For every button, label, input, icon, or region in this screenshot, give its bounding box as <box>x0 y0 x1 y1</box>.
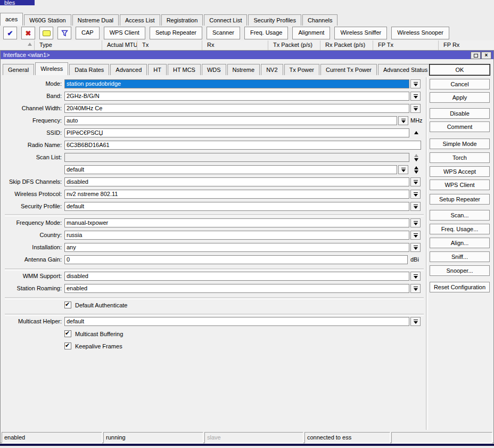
tab-general[interactable]: General <box>3 64 34 75</box>
channel-width-field[interactable]: 20/40MHz Ce <box>64 104 409 113</box>
wireless-sniffer-button[interactable]: Wireless Sniffer <box>334 27 387 39</box>
scan-list-up-icon[interactable] <box>414 166 418 169</box>
tab-ht-mcs[interactable]: HT MCS <box>168 64 201 75</box>
simple-mode-button[interactable]: Simple Mode <box>430 139 490 149</box>
align-button[interactable]: Align... <box>430 238 490 248</box>
tab-connect-list[interactable]: Connect List <box>204 14 247 26</box>
wps-client-button[interactable]: WPS Client <box>430 180 490 190</box>
disable-button[interactable]: Disable <box>430 108 490 119</box>
apply-button[interactable]: Apply <box>430 92 490 103</box>
filter-button[interactable] <box>57 27 71 39</box>
multicast-buffering-checkbox[interactable] <box>64 330 71 337</box>
column-header-rx-packet[interactable]: Rx Packet (p/s) <box>320 40 373 50</box>
country-dropdown-button[interactable] <box>410 231 421 240</box>
ssid-field[interactable]: РІРёС€РЅСЏ <box>64 128 409 137</box>
freq-usage-toolbar-button[interactable]: Freq. Usage <box>244 27 289 39</box>
security-profile-field[interactable]: default <box>64 202 409 211</box>
comment-button[interactable] <box>39 27 53 39</box>
scan-button[interactable]: Scan... <box>430 210 490 221</box>
default-authenticate-checkbox[interactable] <box>64 302 71 308</box>
tab-registration[interactable]: Registration <box>161 14 203 26</box>
reset-configuration-button[interactable]: Reset Configuration <box>430 282 490 292</box>
band-dropdown-button[interactable] <box>410 92 421 101</box>
sniff-button[interactable]: Sniff... <box>430 251 490 262</box>
tab-channels[interactable]: Channels <box>302 14 337 26</box>
scan-list-remove-icon[interactable] <box>414 158 418 161</box>
keepalive-frames-checkbox[interactable] <box>64 343 71 349</box>
collapse-up-arrow-icon[interactable] <box>414 131 418 134</box>
antenna-gain-field[interactable]: 0 <box>64 255 408 264</box>
radio-name-field[interactable]: 6C3B6BD16A61 <box>64 141 421 150</box>
tab-interfaces[interactable]: aces <box>0 13 23 26</box>
tab-nstreme[interactable]: Nstreme <box>227 64 260 75</box>
tab-current-tx-power[interactable]: Current Tx Power <box>320 64 377 75</box>
tab-ht[interactable]: HT <box>148 64 167 75</box>
setup-repeater-toolbar-button[interactable]: Setup Repeater <box>150 27 202 39</box>
setup-repeater-button[interactable]: Setup Repeater <box>430 194 490 205</box>
tab-w60g-station[interactable]: W60G Station <box>24 14 71 26</box>
column-header-rx[interactable]: Rx <box>202 40 268 50</box>
frequency-field[interactable]: auto <box>64 116 397 125</box>
wps-client-toolbar-button[interactable]: WPS Client <box>104 27 145 39</box>
tab-advanced[interactable]: Advanced <box>110 64 147 75</box>
tab-wds[interactable]: WDS <box>202 64 226 75</box>
tab-tx-power[interactable]: Tx Power <box>284 64 319 75</box>
column-header-tx[interactable]: Tx <box>137 40 202 50</box>
wmm-support-field[interactable]: disabled <box>64 272 409 281</box>
scan-list-field[interactable] <box>64 153 409 162</box>
mode-dropdown-button[interactable] <box>410 79 421 88</box>
frequency-mode-field[interactable]: manual-txpower <box>64 218 409 227</box>
skip-dfs-channels-field[interactable]: disabled <box>64 177 409 186</box>
ok-button[interactable]: OK <box>430 64 490 75</box>
freq-usage-button[interactable]: Freq. Usage... <box>430 224 490 234</box>
installation-field[interactable]: any <box>64 243 409 252</box>
multicast-helper-field[interactable]: default <box>64 317 409 326</box>
tab-advanced-status[interactable]: Advanced Status <box>378 64 433 75</box>
cap-button[interactable]: CAP <box>76 27 100 39</box>
tab-access-list[interactable]: Access List <box>120 14 160 26</box>
column-header-actual-mtu[interactable]: Actual MTU <box>102 40 137 50</box>
frequency-mode-dropdown-button[interactable] <box>410 218 421 227</box>
wireless-protocol-field[interactable]: nv2 nstreme 802.11 <box>64 190 409 199</box>
wireless-snooper-button[interactable]: Wireless Snooper <box>391 27 449 39</box>
scan-list-down-icon[interactable] <box>414 170 418 174</box>
enable-button[interactable]: ✔ <box>3 27 17 39</box>
scan-list-entry-dropdown-button[interactable] <box>398 165 408 174</box>
column-header-name[interactable] <box>0 40 35 50</box>
tab-security-profiles[interactable]: Security Profiles <box>248 14 301 26</box>
country-field[interactable]: russia <box>64 231 409 240</box>
maximize-button[interactable] <box>471 52 481 59</box>
channel-width-dropdown-button[interactable] <box>410 104 421 113</box>
dropdown-arrow-icon <box>414 246 418 250</box>
security-profile-dropdown-button[interactable] <box>410 202 421 211</box>
station-roaming-field[interactable]: enabled <box>64 284 409 293</box>
skip-dfs-dropdown-button[interactable] <box>410 177 421 186</box>
multicast-helper-dropdown-button[interactable] <box>410 317 421 326</box>
cancel-button[interactable]: Cancel <box>430 79 490 89</box>
column-header-fp-rx[interactable]: FP Rx <box>439 40 494 50</box>
column-header-type[interactable]: Type <box>35 40 102 50</box>
mode-field[interactable]: station pseudobridge <box>64 79 409 88</box>
torch-button[interactable]: Torch <box>430 152 490 163</box>
scan-list-add-icon[interactable] <box>414 154 418 157</box>
column-header-tx-packet[interactable]: Tx Packet (p/s) <box>268 40 320 50</box>
close-button[interactable]: × <box>481 52 491 59</box>
wireless-protocol-dropdown-button[interactable] <box>410 190 421 199</box>
tab-nv2[interactable]: NV2 <box>261 64 283 75</box>
tab-data-rates[interactable]: Data Rates <box>69 64 109 75</box>
column-header-fp-tx[interactable]: FP Tx <box>373 40 439 50</box>
scanner-button[interactable]: Scanner <box>207 27 240 39</box>
alignment-button[interactable]: Alignment <box>292 27 330 39</box>
frequency-dropdown-button[interactable] <box>398 116 408 125</box>
wps-accept-button[interactable]: WPS Accept <box>430 166 490 177</box>
snooper-button[interactable]: Snooper... <box>430 265 490 276</box>
wmm-support-dropdown-button[interactable] <box>410 272 421 281</box>
scan-list-entry-field[interactable]: default <box>64 165 397 174</box>
tab-nstreme-dual[interactable]: Nstreme Dual <box>72 14 119 26</box>
tab-wireless[interactable]: Wireless <box>35 62 68 75</box>
disable-button[interactable]: ✖ <box>21 27 35 39</box>
station-roaming-dropdown-button[interactable] <box>410 284 421 293</box>
comment-button[interactable]: Comment <box>430 121 490 132</box>
band-field[interactable]: 2GHz-B/G/N <box>64 92 409 101</box>
installation-dropdown-button[interactable] <box>410 243 421 252</box>
